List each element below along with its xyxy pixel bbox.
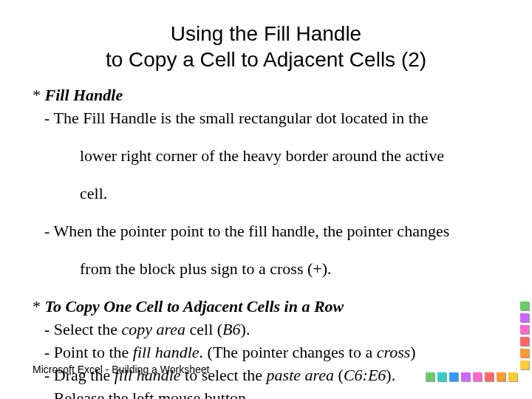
slide-body: Fill Handle The Fill Handle is the small… [33, 84, 499, 399]
step-1: Select the copy area cell (B6). [33, 318, 499, 340]
slide: Using the Fill Handle to Copy a Cell to … [0, 0, 532, 399]
deco-square-icon [426, 372, 434, 381]
topic-head-1: Fill Handle [45, 86, 123, 104]
deco-square-icon [473, 372, 482, 381]
title-line-2: to Copy a Cell to Adjacent Cells (2) [106, 48, 426, 71]
deco-square-icon [497, 372, 505, 381]
pointer-desc-line1: When the pointer point to the fill handl… [33, 220, 499, 242]
deco-square-icon [461, 372, 470, 381]
step-1-e: ). [241, 320, 250, 338]
step-3-g: ). [386, 366, 395, 384]
deco-square-icon [520, 337, 529, 346]
step-2-c: . (The pointer changes to a [200, 343, 377, 361]
deco-square-icon [520, 301, 529, 310]
deco-square-icon [520, 325, 529, 334]
deco-square-icon [437, 372, 446, 381]
step-1-a: Select the [54, 320, 122, 338]
step-1-c: cell ( [185, 320, 222, 338]
deco-square-icon [508, 372, 517, 381]
topic-fill-handle: Fill Handle [33, 84, 499, 106]
deco-square-icon [520, 361, 529, 369]
deco-square-icon [520, 349, 529, 358]
decoration-vertical [519, 300, 531, 371]
fill-handle-desc-line1: The Fill Handle is the small rectangular… [33, 107, 499, 129]
step-2-cross: cross [377, 343, 411, 361]
step-3-e: ( [334, 366, 344, 384]
fill-handle-desc-line3: cell. [33, 183, 499, 204]
step-4: Release the left mouse button. [33, 387, 499, 399]
step-2-e: ) [410, 343, 415, 361]
step-1-copy-area: copy area [121, 320, 185, 338]
fill-handle-desc-line2: lower right corner of the heavy border a… [33, 145, 499, 166]
step-1-cell-ref: B6 [222, 320, 240, 338]
topic-copy-row: To Copy One Cell to Adjacent Cells in a … [33, 296, 499, 317]
step-3-paste-area: paste area [267, 366, 334, 384]
step-2-fill-handle: fill handle [133, 343, 200, 361]
topic-head-2: To Copy One Cell to Adjacent Cells in a … [45, 297, 344, 316]
deco-square-icon [520, 313, 529, 322]
title-line-1: Using the Fill Handle [171, 22, 361, 45]
deco-square-icon [485, 372, 494, 381]
pointer-desc-line2: from the block plus sign to a cross (+). [33, 258, 499, 279]
slide-title: Using the Fill Handle to Copy a Cell to … [0, 21, 532, 72]
step-2: Point to the fill handle. (The pointer c… [33, 341, 499, 363]
step-2-a: Point to the [54, 343, 133, 361]
step-3-range-ref: C6:E6 [344, 366, 386, 384]
decoration-horizontal [424, 371, 519, 383]
deco-square-icon [449, 372, 458, 381]
slide-footer: Microsoft Excel - Building a Worksheet [33, 364, 209, 375]
